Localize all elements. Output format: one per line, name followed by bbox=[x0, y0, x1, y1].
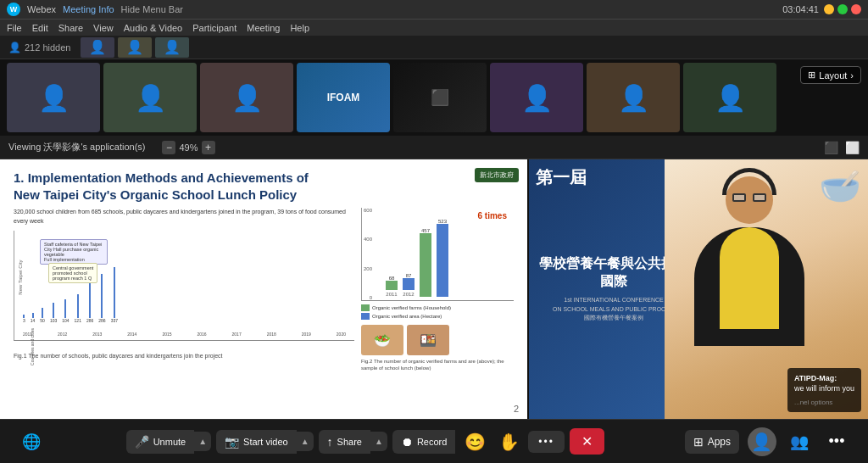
end-icon: ✕ bbox=[581, 433, 593, 449]
chart-y-label: New Taipei City bbox=[18, 259, 23, 294]
data-point-5: 104 bbox=[62, 299, 69, 323]
food-image-1: 🥗 bbox=[361, 325, 403, 355]
camera-icon: 📷 bbox=[225, 435, 239, 449]
viewing-bar: Viewing 沃學影像's application(s) − 49% + ⬛ … bbox=[0, 136, 868, 159]
menu-participant[interactable]: Participant bbox=[192, 23, 236, 33]
record-label: Record bbox=[417, 437, 447, 447]
participant-video-6: 👤 bbox=[490, 63, 583, 132]
share-icons: ⬛ ⬜ bbox=[824, 141, 860, 154]
slide-logo: 新北市政府 bbox=[475, 168, 519, 182]
participant-thumb-mini-2: 👤 bbox=[118, 37, 152, 58]
thumbnails-small: 👤 👤 👤 bbox=[81, 37, 189, 58]
menu-file[interactable]: File bbox=[7, 23, 22, 33]
unmute-button[interactable]: 🎤 Unmute bbox=[126, 430, 195, 454]
participant-video-8: 👤 bbox=[683, 63, 776, 132]
participants-bar: 👤 212 hidden 👤 👤 👤 bbox=[0, 36, 868, 59]
video-chevron[interactable]: ▲ bbox=[297, 432, 314, 451]
start-video-label: Start video bbox=[243, 437, 288, 447]
toolbar-right: ⊞ Apps 👤 👥 ••• bbox=[685, 427, 851, 456]
hidden-count: 212 hidden bbox=[25, 42, 70, 53]
thumbnail-strip: 👤 👤 👤 IFOAM ⬛ 👤 👤 👤 ⊞ bbox=[0, 59, 868, 136]
window-controls[interactable] bbox=[824, 4, 861, 14]
layout-chevron-icon: › bbox=[850, 70, 854, 81]
apps-icon: ⊞ bbox=[693, 435, 704, 449]
plus-icon: + bbox=[205, 142, 211, 153]
hide-menu-link[interactable]: Hide Menu Bar bbox=[121, 4, 183, 14]
emoji-button[interactable]: 😊 bbox=[460, 427, 489, 456]
share-button[interactable]: ↑ Share bbox=[319, 430, 370, 454]
speaker-head bbox=[726, 176, 773, 224]
food-image-2: 🍱 bbox=[407, 325, 449, 355]
menu-help[interactable]: Help bbox=[290, 23, 309, 33]
legend-item-2: Organic verified area (Hectare) bbox=[361, 313, 514, 320]
participant-video-3: 👤 bbox=[200, 63, 293, 132]
zoom-controls[interactable]: − 49% + bbox=[162, 141, 214, 154]
thumbnail-7[interactable]: 👤 bbox=[587, 63, 680, 132]
countries-cities-label: Countries and cities bbox=[14, 344, 354, 349]
slide-bar-chart: 600 400 200 0 68 2011 bbox=[361, 208, 514, 301]
layout-label: Layout bbox=[819, 70, 847, 81]
meeting-info-link[interactable]: Meeting Info bbox=[63, 4, 114, 14]
record-icon: ⏺ bbox=[401, 435, 413, 449]
slide-body: 320,000 school children from 685 schools… bbox=[14, 208, 514, 372]
start-video-button[interactable]: 📷 Start video bbox=[216, 430, 297, 454]
maximize-button[interactable] bbox=[837, 4, 848, 14]
raise-hand-button[interactable]: ✋ bbox=[494, 427, 523, 456]
participant-video-5: ⬛ bbox=[393, 63, 487, 132]
share-chevron[interactable]: ▲ bbox=[370, 432, 387, 451]
globe-button[interactable]: 🌐 bbox=[17, 427, 46, 456]
menu-edit[interactable]: Edit bbox=[32, 23, 48, 33]
unmute-chevron[interactable]: ▲ bbox=[194, 432, 211, 451]
slide-chart: New Taipei City 3 14 bbox=[14, 231, 354, 341]
chat-options: ...nel options bbox=[794, 398, 854, 407]
participant-thumb-mini-3: 👤 bbox=[155, 37, 189, 58]
close-button[interactable] bbox=[851, 4, 861, 14]
title-bar-right: 03:04:41 bbox=[782, 4, 861, 14]
record-button[interactable]: ⏺ Record bbox=[392, 430, 455, 454]
apps-button[interactable]: ⊞ Apps bbox=[685, 430, 739, 454]
menu-share[interactable]: Share bbox=[58, 23, 83, 33]
participant-video-4: IFOAM bbox=[297, 63, 390, 132]
thumbnail-8[interactable]: 👤 bbox=[683, 63, 776, 132]
thumbnail-4[interactable]: IFOAM bbox=[297, 63, 390, 132]
chat-message: we will inform you bbox=[794, 384, 854, 393]
bar-523: 523 bbox=[437, 219, 448, 297]
end-call-button[interactable]: ✕ bbox=[570, 428, 604, 455]
six-times-label: 6 times bbox=[478, 211, 507, 220]
zoom-in-button[interactable]: + bbox=[202, 141, 215, 154]
more-options-button[interactable]: ••• bbox=[528, 431, 565, 453]
share-group: ↑ Share ▲ bbox=[319, 430, 387, 454]
slide-right: 600 400 200 0 68 2011 bbox=[361, 208, 514, 372]
zoom-out-button[interactable]: − bbox=[162, 141, 175, 154]
thumbnail-2[interactable]: 👤 bbox=[103, 63, 197, 132]
app-name: Webex bbox=[27, 4, 56, 14]
callout-1: Staff cafeteria of New Taipei City Hall … bbox=[40, 239, 108, 265]
share-options-icon: ⬜ bbox=[845, 141, 860, 154]
chat-name: ATIPD-Mag: bbox=[794, 374, 837, 382]
thumbnail-1[interactable]: 👤 bbox=[7, 63, 100, 132]
thumbnail-3[interactable]: 👤 bbox=[200, 63, 293, 132]
layout-button[interactable]: ⊞ Layout › bbox=[800, 66, 861, 84]
data-point-1: 3 bbox=[23, 315, 25, 323]
participants-count: 👤 212 hidden bbox=[8, 42, 70, 53]
speaker-panel: 學校營養午餐與公共採購國際 1st INTERNATIONAL CONFEREN… bbox=[529, 159, 868, 419]
speaker-body bbox=[694, 227, 804, 346]
menu-meeting[interactable]: Meeting bbox=[247, 23, 280, 33]
zoom-level: 49% bbox=[179, 142, 198, 153]
chart-x-labels: 2011 2012 2013 2014 2015 2016 2017 2018 … bbox=[23, 332, 346, 337]
participants-button[interactable]: 👥 bbox=[785, 427, 814, 456]
unmute-group: 🎤 Unmute ▲ bbox=[126, 430, 211, 454]
conference-first-line: 第一屆 bbox=[536, 166, 587, 189]
thumbnail-5[interactable]: ⬛ bbox=[393, 63, 487, 132]
thumbnail-6[interactable]: 👤 bbox=[490, 63, 583, 132]
slide-bottom-text: Fig.1 The number of schools, public dayc… bbox=[14, 353, 354, 359]
minimize-button[interactable] bbox=[824, 4, 834, 14]
y-axis-labels: 600 400 200 0 bbox=[364, 208, 372, 300]
microphone-icon: 🎤 bbox=[135, 435, 149, 449]
profile-button[interactable]: 👤 bbox=[748, 427, 776, 456]
menu-view[interactable]: View bbox=[93, 23, 114, 33]
record-group: ⏺ Record bbox=[392, 430, 455, 454]
menu-audio-video[interactable]: Audio & Video bbox=[124, 23, 183, 33]
more-right-button[interactable]: ••• bbox=[822, 427, 851, 456]
speaker-vest bbox=[720, 227, 779, 329]
